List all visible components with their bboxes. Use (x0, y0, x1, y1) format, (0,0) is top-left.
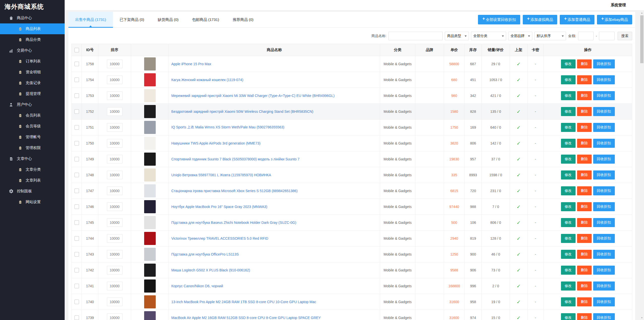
product-name-link[interactable]: Uniqlo Ветровка 558977081 L Жовта (11597… (171, 173, 271, 177)
sidebar-item[interactable]: 提现管理 (0, 88, 65, 99)
recycle-discount-button[interactable]: 回收折扣 (593, 266, 615, 275)
sidebar-section[interactable]: 商品中心 (0, 13, 65, 23)
add-button[interactable]: +全部设置回收折扣 (478, 15, 520, 24)
row-checkbox[interactable] (74, 315, 79, 320)
sort-input[interactable] (107, 313, 123, 320)
row-checkbox[interactable] (74, 78, 79, 82)
recycle-discount-button[interactable]: 回收折扣 (593, 281, 615, 291)
sort-input[interactable] (107, 266, 123, 274)
sidebar-item[interactable]: 充值记录 (0, 78, 65, 88)
amount-min-input[interactable] (578, 32, 594, 40)
sort-input[interactable] (107, 60, 123, 68)
edit-button[interactable]: 修改 (561, 107, 576, 116)
row-checkbox[interactable] (74, 189, 79, 193)
sidebar-section[interactable]: 交易中心 (0, 45, 65, 56)
recycle-discount-button[interactable]: 回收折扣 (593, 234, 615, 243)
product-name-link[interactable]: Бездротовий зарядний пристрій Xiaomi 50W… (171, 110, 313, 114)
edit-button[interactable]: 修改 (561, 202, 576, 211)
sort-input[interactable] (107, 218, 123, 227)
recycle-discount-button[interactable]: 回收折扣 (593, 186, 615, 195)
product-name-link[interactable]: Навушники TWS Apple AirPods 3rd generati… (171, 141, 260, 145)
sort-input[interactable] (107, 282, 123, 290)
edit-button[interactable]: 修改 (561, 75, 576, 84)
product-name-link[interactable]: Підставка для ноутбука Baseus Zhichi Not… (171, 221, 296, 225)
sidebar-item[interactable]: 商品列表 (0, 23, 65, 34)
edit-button[interactable]: 修改 (561, 297, 576, 306)
delete-button[interactable]: 删除 (577, 234, 592, 243)
sidebar-item[interactable]: 会员等级 (0, 121, 65, 132)
scrollbar[interactable]: ▲ ▼ (640, 11, 644, 320)
recycle-discount-button[interactable]: 回收折扣 (593, 250, 615, 259)
edit-button[interactable]: 修改 (561, 123, 576, 132)
row-checkbox[interactable] (74, 125, 79, 130)
recycle-discount-button[interactable]: 回收折扣 (593, 75, 615, 84)
product-name-link[interactable]: IQ Sports 上衣 Malia Wmns XS Storm Weth/Pa… (171, 125, 285, 129)
sidebar-section[interactable]: 控制面板 (0, 186, 65, 197)
recycle-discount-button[interactable]: 回收折扣 (593, 139, 615, 148)
delete-button[interactable]: 删除 (577, 218, 592, 227)
delete-button[interactable]: 删除 (577, 266, 592, 275)
delete-button[interactable]: 删除 (577, 123, 592, 132)
sidebar-item[interactable]: 管理帐号 (0, 132, 65, 143)
row-checkbox[interactable] (74, 300, 79, 304)
edit-button[interactable]: 修改 (561, 281, 576, 291)
recycle-discount-button[interactable]: 回收折扣 (593, 59, 615, 68)
sort-input[interactable] (107, 123, 123, 132)
row-checkbox[interactable] (74, 236, 79, 241)
row-checkbox[interactable] (74, 268, 79, 272)
sidebar-item[interactable]: 会员列表 (0, 110, 65, 121)
edit-button[interactable]: 修改 (561, 59, 576, 68)
product-name-link[interactable]: Спортивний годинник Suunto 7 Black (SS05… (171, 157, 300, 161)
recycle-discount-button[interactable]: 回收折扣 (593, 155, 615, 164)
edit-button[interactable]: 修改 (561, 234, 576, 243)
edit-button[interactable]: 修改 (561, 186, 576, 195)
recycle-discount-button[interactable]: 回收折扣 (593, 202, 615, 211)
add-button[interactable]: +添加普通商品 (560, 15, 594, 24)
scrollbar-down-arrow[interactable]: ▼ (640, 316, 644, 320)
delete-button[interactable]: 删除 (577, 107, 592, 116)
tab[interactable]: 缺货商品 (0) (151, 12, 185, 27)
product-name-link[interactable]: MacBook Air Apple M2 16GB RAM 512GB SSD … (171, 316, 321, 320)
sidebar-item[interactable]: 文章列表 (0, 175, 65, 186)
sort-input[interactable] (107, 250, 123, 259)
recycle-discount-button[interactable]: 回收折扣 (593, 123, 615, 132)
sidebar-item[interactable]: 文章分类 (0, 164, 65, 175)
sort-input[interactable] (107, 171, 123, 179)
row-checkbox[interactable] (74, 204, 79, 209)
select-all-checkbox[interactable] (74, 48, 79, 52)
sidebar-item[interactable]: 订单列表 (0, 56, 65, 67)
delete-button[interactable]: 删除 (577, 91, 592, 100)
product-name-link[interactable]: Ноутбук Apple MacBook Pro 16" Space Gray… (171, 205, 267, 209)
row-checkbox[interactable] (74, 93, 79, 98)
delete-button[interactable]: 删除 (577, 250, 592, 259)
amount-max-input[interactable] (599, 32, 615, 40)
delete-button[interactable]: 删除 (577, 59, 592, 68)
delete-button[interactable]: 删除 (577, 155, 592, 164)
product-name-link[interactable]: Мережевий зарядний пристрій Xiaomi Mi 33… (171, 94, 335, 98)
sort-input[interactable] (107, 155, 123, 163)
search-button[interactable]: 搜索 (618, 32, 632, 40)
product-name-link[interactable]: Victorinox Тревеллер TRAVEL ACCESSORIES … (171, 236, 268, 240)
recycle-discount-button[interactable]: 回收折扣 (593, 107, 615, 116)
brand-select[interactable]: 全部品牌 (508, 32, 532, 40)
edit-button[interactable]: 修改 (561, 313, 576, 320)
sort-input[interactable] (107, 298, 123, 306)
product-name-link[interactable]: 13-inch MacBook Pro Apple M2 24GB RAM 1T… (171, 300, 316, 304)
recycle-discount-button[interactable]: 回收折扣 (593, 218, 615, 227)
add-button[interactable]: +添加虚拟商品 (523, 15, 557, 24)
sidebar-item[interactable]: 网站设置 (0, 197, 65, 207)
row-checkbox[interactable] (74, 109, 79, 114)
edit-button[interactable]: 修改 (561, 155, 576, 164)
edit-button[interactable]: 修改 (561, 91, 576, 100)
sort-input[interactable] (107, 187, 123, 195)
sort-input[interactable] (107, 139, 123, 148)
tab[interactable]: 推荐商品 (0) (226, 12, 260, 27)
product-name-link[interactable]: Миша Logitech G502 X PLUS Black (910-006… (171, 268, 250, 272)
delete-button[interactable]: 删除 (577, 170, 592, 180)
recycle-discount-button[interactable]: 回收折扣 (593, 313, 615, 320)
product-name-link[interactable]: Корпус Canon/Nikon D6, чорний (171, 284, 223, 288)
sidebar-item[interactable]: 商品分类 (0, 34, 65, 45)
edit-button[interactable]: 修改 (561, 218, 576, 227)
row-checkbox[interactable] (74, 284, 79, 288)
row-checkbox[interactable] (74, 157, 79, 161)
